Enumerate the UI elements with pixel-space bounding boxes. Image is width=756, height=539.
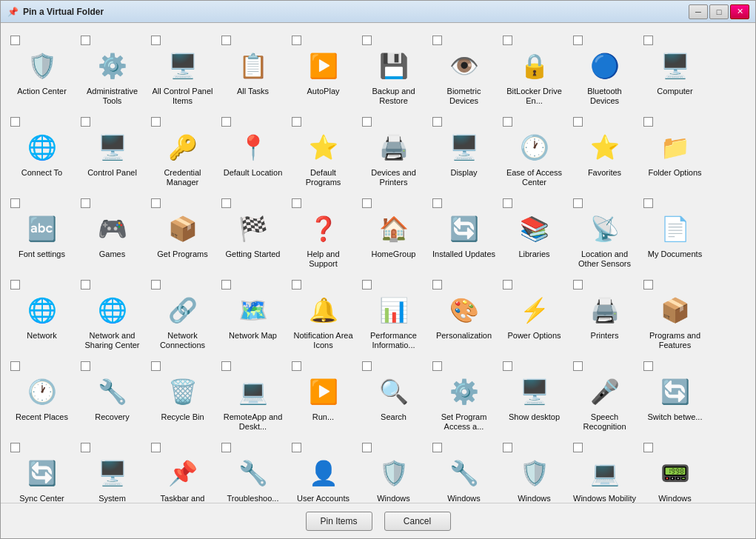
checkbox-autoplay[interactable] (292, 36, 301, 45)
checkbox-system[interactable] (81, 443, 90, 452)
item-get-programs[interactable]: 📦Get Programs (147, 192, 218, 273)
checkbox-switch-between[interactable] (643, 361, 653, 371)
item-recycle-bin[interactable]: 🗑️Recycle Bin (147, 355, 218, 436)
checkbox-network-map[interactable] (221, 280, 231, 289)
close-button[interactable]: ✕ (730, 4, 749, 19)
item-backup-restore[interactable]: 💾Backup and Restore (358, 29, 429, 110)
checkbox-performance-info[interactable] (362, 280, 372, 289)
item-set-program-access[interactable]: ⚙️Set Program Access a... (429, 355, 499, 436)
checkbox-folder-options[interactable] (643, 117, 653, 127)
checkbox-show-desktop[interactable] (503, 361, 512, 371)
checkbox-admin-tools[interactable] (81, 36, 90, 45)
checkbox-windows-firewall[interactable] (503, 443, 512, 452)
item-display[interactable]: 🖥️Display (429, 110, 499, 192)
item-windows-mobility[interactable]: 💻Windows Mobility Center (569, 436, 640, 503)
item-autoplay[interactable]: ▶️AutoPlay (288, 29, 358, 110)
checkbox-credential-manager[interactable] (151, 117, 161, 127)
item-location-sensors[interactable]: 📡Location and Other Sensors (569, 192, 640, 273)
checkbox-printers[interactable] (573, 280, 583, 289)
checkbox-set-program-access[interactable] (432, 361, 442, 371)
item-windows-features[interactable]: 🔧Windows Features (429, 436, 499, 503)
item-action-center[interactable]: 🛡️Action Center (7, 29, 77, 110)
item-all-control-panel[interactable]: 🖥️All Control Panel Items (147, 29, 218, 110)
checkbox-recovery[interactable] (81, 361, 90, 371)
item-programs-features[interactable]: 📦Programs and Features (640, 273, 710, 355)
item-network-map[interactable]: 🗺️Network Map (218, 273, 288, 355)
item-games[interactable]: 🎮Games (77, 192, 147, 273)
checkbox-all-tasks[interactable] (221, 36, 231, 45)
checkbox-network[interactable] (10, 280, 20, 289)
item-speech-recognition[interactable]: 🎤Speech Recognition (569, 355, 640, 436)
minimize-button[interactable]: ─ (689, 4, 708, 19)
checkbox-default-location[interactable] (221, 117, 231, 127)
item-font-settings[interactable]: 🔤Font settings (7, 192, 77, 273)
checkbox-all-control-panel[interactable] (151, 36, 161, 45)
checkbox-homegroup[interactable] (362, 198, 372, 208)
item-credential-manager[interactable]: 🔑Credential Manager (147, 110, 218, 192)
item-search[interactable]: 🔍Search (358, 355, 429, 436)
item-all-tasks[interactable]: 📋All Tasks (218, 29, 288, 110)
checkbox-get-programs[interactable] (151, 198, 161, 208)
cancel-button[interactable]: Cancel (384, 512, 451, 531)
checkbox-personalization[interactable] (432, 280, 442, 289)
item-windows-sideshow[interactable]: 📟Windows SideShow (640, 436, 710, 503)
item-devices-printers[interactable]: 🖨️Devices and Printers (358, 110, 429, 192)
checkbox-help-support[interactable] (292, 198, 301, 208)
item-folder-options[interactable]: 📁Folder Options (640, 110, 710, 192)
checkbox-control-panel[interactable] (81, 117, 90, 127)
item-network[interactable]: 🌐Network (7, 273, 77, 355)
item-recent-places[interactable]: 🕐Recent Places (7, 355, 77, 436)
checkbox-biometric-devices[interactable] (432, 36, 442, 45)
checkbox-windows-sideshow[interactable] (643, 443, 653, 452)
item-ease-access[interactable]: 🕐Ease of Access Center (499, 110, 569, 192)
checkbox-user-accounts[interactable] (292, 443, 301, 452)
item-recovery[interactable]: 🔧Recovery (77, 355, 147, 436)
item-admin-tools[interactable]: ⚙️Administrative Tools (77, 29, 147, 110)
checkbox-network-sharing[interactable] (81, 280, 90, 289)
checkbox-games[interactable] (81, 198, 90, 208)
checkbox-installed-updates[interactable] (432, 198, 442, 208)
checkbox-taskbar[interactable] (151, 443, 161, 452)
checkbox-display[interactable] (432, 117, 442, 127)
item-user-accounts[interactable]: 👤User Accounts (288, 436, 358, 503)
item-computer[interactable]: 🖥️Computer (640, 29, 710, 110)
item-libraries[interactable]: 📚Libraries (499, 192, 569, 273)
pin-items-button[interactable]: Pin Items (306, 512, 372, 531)
checkbox-recycle-bin[interactable] (151, 361, 161, 371)
maximize-button[interactable]: □ (709, 4, 729, 19)
item-installed-updates[interactable]: 🔄Installed Updates (429, 192, 499, 273)
checkbox-speech-recognition[interactable] (573, 361, 583, 371)
checkbox-ease-access[interactable] (503, 117, 512, 127)
item-notification-icons[interactable]: 🔔Notification Area Icons (288, 273, 358, 355)
item-bitlocker[interactable]: 🔒BitLocker Drive En... (499, 29, 569, 110)
item-remoteapp[interactable]: 💻RemoteApp and Deskt... (218, 355, 288, 436)
checkbox-sync-center[interactable] (10, 443, 20, 452)
item-my-documents[interactable]: 📄My Documents (640, 192, 710, 273)
checkbox-search[interactable] (362, 361, 372, 371)
checkbox-favorites[interactable] (573, 117, 583, 127)
item-switch-between[interactable]: 🔄Switch betwe... (640, 355, 710, 436)
item-control-panel[interactable]: 🖥️Control Panel (77, 110, 147, 192)
checkbox-windows-features[interactable] (432, 443, 442, 452)
checkbox-backup-restore[interactable] (362, 36, 372, 45)
item-homegroup[interactable]: 🏠HomeGroup (358, 192, 429, 273)
item-connect-to[interactable]: 🌐Connect To (7, 110, 77, 192)
item-show-desktop[interactable]: 🖥️Show desktop (499, 355, 569, 436)
item-windows-defender[interactable]: 🛡️Windows Defender (358, 436, 429, 503)
item-troubleshoot[interactable]: 🔧Troubleshoo... (218, 436, 288, 503)
checkbox-font-settings[interactable] (10, 198, 20, 208)
item-default-location[interactable]: 📍Default Location (218, 110, 288, 192)
checkbox-notification-icons[interactable] (292, 280, 301, 289)
item-power-options[interactable]: ⚡Power Options (499, 273, 569, 355)
checkbox-my-documents[interactable] (643, 198, 653, 208)
checkbox-connect-to[interactable] (10, 117, 20, 127)
item-default-programs[interactable]: ⭐Default Programs (288, 110, 358, 192)
item-network-sharing[interactable]: 🌐Network and Sharing Center (77, 273, 147, 355)
item-windows-firewall[interactable]: 🛡️Windows Firewall (499, 436, 569, 503)
item-performance-info[interactable]: 📊Performance Informatio... (358, 273, 429, 355)
item-network-connections[interactable]: 🔗Network Connections (147, 273, 218, 355)
checkbox-network-connections[interactable] (151, 280, 161, 289)
item-taskbar[interactable]: 📌Taskbar and Start Menu (147, 436, 218, 503)
checkbox-computer[interactable] (643, 36, 653, 45)
checkbox-bluetooth[interactable] (573, 36, 583, 45)
